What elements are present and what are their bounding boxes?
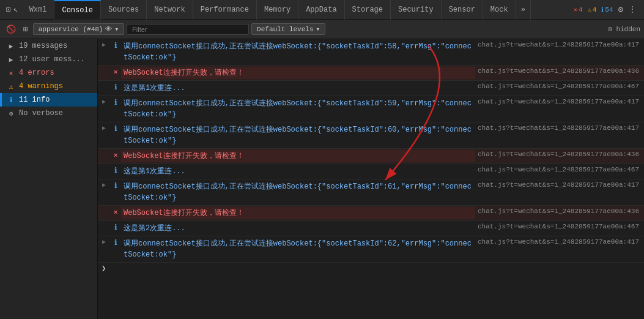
expand-icon[interactable]: ▶ <box>98 40 110 48</box>
tab-more[interactable]: » <box>516 0 531 20</box>
log-info-icon: ℹ <box>110 238 121 247</box>
log-source[interactable]: chat.js?t=wechat&s=1_2482859177ae00a:417 <box>475 124 644 132</box>
tab-sources[interactable]: Sources <box>101 0 147 20</box>
tab-bar-right: ✕ 4 ⚠ 4 ℹ 54 ⚙ ⋮ <box>574 4 642 15</box>
error-count: 4 <box>579 6 583 13</box>
sidebar-item-messages[interactable]: ▶ 19 messages <box>0 39 97 53</box>
tab-sensor[interactable]: Sensor <box>442 0 483 20</box>
warn-count: 4 <box>593 6 597 13</box>
expand-icon[interactable]: ▶ <box>98 238 110 246</box>
log-message: WebSocket连接打开失败，请检查！ <box>121 150 475 162</box>
expand-icon[interactable]: ▶ <box>98 124 110 132</box>
log-message: 这是第1次重连... <box>121 165 475 178</box>
log-error-icon: ✕ <box>110 67 121 77</box>
expand-icon[interactable] <box>98 82 110 83</box>
log-row: ▶ ℹ 调用connectSocket接口成功,正在尝试连接webSocket:… <box>98 236 644 263</box>
level-chevron-icon: ▾ <box>316 25 320 33</box>
tab-appdata[interactable]: AppData <box>298 0 344 20</box>
expand-icon[interactable] <box>98 165 110 166</box>
tab-wxml[interactable]: Wxml <box>22 0 55 20</box>
more-options-icon[interactable]: ⋮ <box>628 4 637 15</box>
verbose-gear-icon: ⚙ <box>7 110 15 118</box>
log-row: ✕ WebSocket连接打开失败，请检查！ chat.js?t=wechat&… <box>98 206 644 221</box>
tab-storage-label: Storage <box>352 6 383 14</box>
log-error-icon: ✕ <box>110 207 121 217</box>
error-x-icon: ✕ <box>574 6 577 13</box>
sidebar-warnings-label: 4 warnings <box>19 82 63 91</box>
context-label: appservice (#48) <box>39 26 103 33</box>
log-message: 这是第2次重连... <box>121 222 475 235</box>
log-error-icon: ✕ <box>110 150 121 160</box>
log-info-icon: ℹ <box>110 40 121 50</box>
more-tabs-icon: » <box>521 6 525 14</box>
sidebar-item-warnings[interactable]: ⚠ 4 warnings <box>0 80 97 93</box>
context-chevron-icon: ▾ <box>114 25 119 33</box>
cursor-icon[interactable]: ↖ <box>13 5 18 15</box>
log-message: WebSocket连接打开失败，请检查！ <box>121 67 475 79</box>
info-icon: ℹ <box>601 6 604 13</box>
log-row: ℹ 这是第1次重连... chat.js?t=wechat&s=1_248285… <box>98 81 644 96</box>
expand-icon[interactable] <box>98 150 110 151</box>
log-content-area: ▶ ℹ 调用connectSocket接口成功,正在尝试连接webSocket:… <box>98 39 644 319</box>
log-message: 调用connectSocket接口成功,正在尝试连接webSocket:{"so… <box>121 124 475 147</box>
sidebar-item-info[interactable]: ℹ 11 info <box>0 93 97 107</box>
log-source[interactable]: chat.js?t=wechat&s=1_2482859177ae00a:417 <box>475 40 644 49</box>
log-source[interactable]: chat.js?t=wechat&s=1_2482859177ae00a:417 <box>475 181 644 189</box>
log-row: ▶ ℹ 调用connectSocket接口成功,正在尝试连接webSocket:… <box>98 122 644 149</box>
tab-mock-label: Mock <box>490 6 508 14</box>
tab-sources-label: Sources <box>108 6 139 14</box>
log-row: ℹ 这是第1次重连... chat.js?t=wechat&s=1_248285… <box>98 164 644 179</box>
log-source[interactable]: chat.js?t=wechat&s=1_2482859177ae00a:417 <box>475 238 644 246</box>
expand-icon[interactable]: ▶ <box>98 97 110 105</box>
sidebar-item-errors[interactable]: ✕ 4 errors <box>0 66 97 80</box>
info-number: 54 <box>605 6 613 13</box>
tab-network-label: Network <box>154 6 185 14</box>
log-level-selector[interactable]: Default levels ▾ <box>251 23 325 35</box>
log-source[interactable]: chat.js?t=wechat&s=1_2482859177ae00a:417 <box>475 97 644 106</box>
log-message: 调用connectSocket接口成功,正在尝试连接webSocket:{"so… <box>121 97 475 121</box>
clear-console-icon[interactable]: 🚫 <box>4 23 18 36</box>
tab-security[interactable]: Security <box>391 0 442 20</box>
expand-icon[interactable]: ▶ <box>98 181 110 189</box>
log-source[interactable]: chat.js?t=wechat&s=1_2482859177ae00a:436 <box>475 67 644 75</box>
log-source[interactable]: chat.js?t=wechat&s=1_2482859177ae00a:436 <box>475 150 644 159</box>
main-area: ▶ 19 messages ▶ 12 user mess... ✕ 4 erro… <box>0 39 644 319</box>
hidden-count-label: 8 hidden <box>608 26 640 33</box>
log-source[interactable]: chat.js?t=wechat&s=1_2482859177ae00a:467 <box>475 165 644 174</box>
warnings-triangle-icon: ⚠ <box>7 83 15 91</box>
expand-icon[interactable] <box>98 207 110 208</box>
tab-storage[interactable]: Storage <box>345 0 391 20</box>
log-message: 调用connectSocket接口成功,正在尝试连接webSocket:{"so… <box>121 238 475 261</box>
log-source[interactable]: chat.js?t=wechat&s=1_2482859177ae00a:467 <box>475 222 644 231</box>
log-source[interactable]: chat.js?t=wechat&s=1_2482859177ae00a:467 <box>475 82 644 91</box>
sidebar-info-label: 11 info <box>19 96 50 104</box>
context-selector[interactable]: appservice (#48) 👁 ▾ <box>33 23 124 35</box>
sidebar-messages-label: 19 messages <box>19 42 67 50</box>
tab-console-label: Console <box>62 6 92 15</box>
expand-icon[interactable] <box>98 222 110 223</box>
tab-performance[interactable]: Performance <box>193 0 257 20</box>
settings-gear-icon[interactable]: ⚙ <box>618 4 623 15</box>
sidebar-user-mess-label: 12 user mess... <box>19 55 85 64</box>
tab-console[interactable]: Console <box>54 0 100 20</box>
sidebar: ▶ 19 messages ▶ 12 user mess... ✕ 4 erro… <box>0 39 98 319</box>
log-message: 调用connectSocket接口成功,正在尝试连接webSocket:{"so… <box>121 40 475 64</box>
sidebar-item-verbose[interactable]: ⚙ No verbose <box>0 107 97 120</box>
level-label: Default levels <box>257 26 313 33</box>
filter-toggle-icon[interactable]: ⊞ <box>21 23 31 36</box>
log-row: ℹ 这是第2次重连... chat.js?t=wechat&s=1_248285… <box>98 221 644 236</box>
log-message: 调用connectSocket接口成功,正在尝试连接webSocket:{"so… <box>121 181 475 204</box>
log-source[interactable]: chat.js?t=wechat&s=1_2482859177ae00a:436 <box>475 207 644 216</box>
inspect-icon[interactable]: ⊡ <box>6 5 11 15</box>
tab-network[interactable]: Network <box>147 0 193 20</box>
info-count-total: ℹ 54 <box>601 6 613 13</box>
tab-mock[interactable]: Mock <box>483 0 516 20</box>
expand-icon[interactable] <box>98 67 110 67</box>
log-row: ✕ WebSocket连接打开失败，请检查！ chat.js?t=wechat&… <box>98 66 644 81</box>
tab-memory[interactable]: Memory <box>257 0 298 20</box>
console-caret-icon: ❯ <box>102 264 106 273</box>
sidebar-item-user-mess[interactable]: ▶ 12 user mess... <box>0 53 97 66</box>
filter-input[interactable] <box>127 24 249 35</box>
log-info-icon: ℹ <box>110 97 121 107</box>
log-row: ✕ WebSocket连接打开失败，请检查！ chat.js?t=wechat&… <box>98 149 644 164</box>
